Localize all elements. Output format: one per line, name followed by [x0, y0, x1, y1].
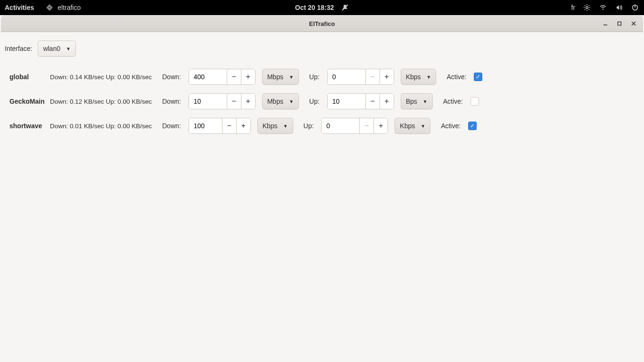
topbar-app-name: eltrafico: [58, 4, 81, 11]
gnome-topbar: Activities eltrafico Oct 20 18:32 fr: [0, 0, 644, 15]
up-unit-dropdown[interactable]: Kbps ▼: [401, 69, 437, 85]
row-name: GeckoMain: [5, 98, 50, 105]
svg-point-12: [603, 8, 604, 10]
up-increment-button[interactable]: +: [373, 118, 388, 133]
chevron-down-icon: ▼: [423, 99, 428, 104]
down-increment-button[interactable]: +: [241, 94, 255, 109]
up-unit-value: Kbps: [406, 73, 421, 81]
interface-selected-value: wlan0: [43, 45, 60, 52]
limit-row-shortwave: shortwave Down: 0.01 KB/sec Up: 0.00 KB/…: [5, 116, 639, 136]
svg-rect-1: [48, 6, 51, 9]
down-value-stepper: − +: [189, 69, 256, 85]
down-unit-dropdown[interactable]: Kbps ▼: [257, 118, 293, 134]
down-value-input[interactable]: [189, 94, 227, 109]
chevron-down-icon: ▼: [66, 46, 71, 51]
svg-line-11: [589, 5, 590, 6]
down-value-stepper: − +: [189, 118, 251, 134]
active-label: Active:: [441, 122, 461, 130]
keyboard-layout-indicator[interactable]: fr: [571, 4, 575, 11]
down-value-input[interactable]: [189, 69, 227, 84]
svg-rect-16: [618, 22, 621, 25]
down-value-stepper: − +: [189, 93, 256, 109]
down-value-input[interactable]: [189, 118, 222, 133]
down-decrement-button[interactable]: −: [222, 118, 236, 133]
up-value-input[interactable]: [328, 69, 365, 84]
up-decrement-button[interactable]: −: [365, 94, 380, 109]
active-checkbox[interactable]: ✓: [471, 97, 479, 106]
settings-gear-icon[interactable]: [583, 3, 591, 12]
svg-point-3: [586, 7, 588, 8]
down-decrement-button[interactable]: −: [227, 69, 241, 84]
interface-label: Interface:: [5, 45, 32, 52]
down-increment-button[interactable]: +: [236, 118, 250, 133]
up-value-stepper: − +: [327, 93, 394, 109]
svg-line-9: [589, 9, 590, 10]
window-maximize-button[interactable]: [616, 20, 623, 27]
down-unit-value: Kbps: [263, 122, 278, 130]
down-unit-dropdown[interactable]: Mbps ▼: [262, 93, 299, 109]
activities-button[interactable]: Activities: [5, 4, 34, 11]
down-decrement-button[interactable]: −: [227, 94, 241, 109]
topbar-app-menu[interactable]: eltrafico: [45, 3, 81, 12]
svg-line-10: [585, 9, 586, 10]
active-label: Active:: [446, 73, 466, 81]
up-value-input[interactable]: [322, 118, 359, 133]
up-label: Up:: [309, 73, 320, 81]
window-close-button[interactable]: [630, 20, 637, 27]
app-content-area: Interface: wlan0 ▼ global Down: 0.14 KB/…: [0, 32, 644, 147]
up-increment-button[interactable]: +: [380, 94, 394, 109]
chevron-down-icon: ▼: [283, 123, 288, 129]
volume-icon[interactable]: [615, 3, 623, 12]
up-unit-value: Kbps: [400, 122, 415, 130]
window-titlebar: ElTrafico: [1, 15, 643, 32]
up-decrement-button[interactable]: −: [359, 118, 373, 133]
up-value-stepper: − +: [321, 118, 388, 134]
app-diamond-icon: [45, 3, 54, 12]
row-stats: Down: 0.14 KB/sec Up: 0.00 KB/sec: [50, 74, 158, 81]
down-increment-button[interactable]: +: [241, 69, 255, 84]
window-minimize-button[interactable]: [602, 20, 609, 27]
chevron-down-icon: ▼: [289, 74, 294, 80]
topbar-datetime[interactable]: Oct 20 18:32: [295, 4, 334, 11]
down-unit-value: Mbps: [267, 73, 283, 81]
interface-selector-row: Interface: wlan0 ▼: [5, 39, 639, 58]
up-unit-dropdown[interactable]: Bps ▼: [401, 93, 433, 109]
limit-row-geckomain: GeckoMain Down: 0.12 KB/sec Up: 0.00 KB/…: [5, 91, 639, 111]
row-stats: Down: 0.12 KB/sec Up: 0.00 KB/sec: [50, 98, 158, 105]
up-unit-value: Bps: [406, 98, 417, 105]
down-label: Down:: [162, 98, 181, 105]
up-unit-dropdown[interactable]: Kbps ▼: [395, 118, 430, 134]
up-value-stepper: − +: [327, 69, 394, 85]
down-label: Down:: [162, 122, 181, 130]
window-title: ElTrafico: [309, 20, 335, 27]
chevron-down-icon: ▼: [427, 74, 431, 80]
wifi-icon[interactable]: [599, 3, 607, 12]
up-increment-button[interactable]: +: [380, 69, 394, 84]
up-label: Up:: [304, 122, 314, 130]
down-unit-value: Mbps: [267, 98, 283, 105]
svg-rect-0: [47, 5, 52, 10]
active-label: Active:: [443, 98, 463, 105]
notifications-muted-icon[interactable]: [340, 3, 349, 12]
chevron-down-icon: ▼: [289, 99, 294, 104]
power-icon[interactable]: [631, 3, 639, 12]
interface-dropdown[interactable]: wlan0 ▼: [38, 41, 76, 57]
up-label: Up:: [309, 98, 320, 105]
up-decrement-button[interactable]: −: [365, 69, 380, 84]
active-checkbox[interactable]: ✓: [468, 122, 477, 130]
svg-line-8: [585, 5, 586, 6]
up-value-input[interactable]: [328, 94, 365, 109]
row-name: shortwave: [5, 122, 50, 130]
limit-row-global: global Down: 0.14 KB/sec Up: 0.00 KB/sec…: [5, 67, 639, 87]
down-unit-dropdown[interactable]: Mbps ▼: [262, 69, 299, 85]
row-stats: Down: 0.01 KB/sec Up: 0.00 KB/sec: [50, 123, 158, 130]
chevron-down-icon: ▼: [421, 123, 425, 129]
row-name: global: [5, 73, 50, 81]
active-checkbox[interactable]: ✓: [474, 73, 482, 81]
down-label: Down:: [162, 73, 181, 81]
